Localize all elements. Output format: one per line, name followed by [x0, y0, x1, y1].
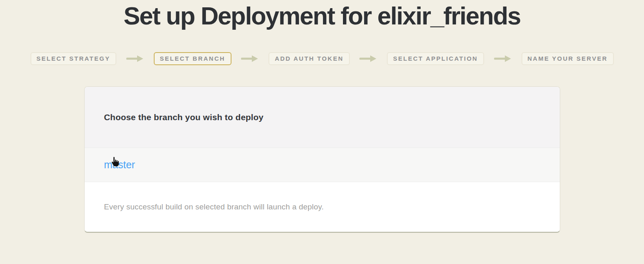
card-footer: Every successful build on selected branc…	[85, 182, 560, 232]
step-name-your-server: NAME YOUR SERVER	[522, 52, 614, 65]
arrow-right-icon	[359, 55, 377, 63]
step-indicator: SELECT STRATEGY SELECT BRANCH ADD AUTH T…	[31, 52, 614, 65]
branch-selection-card: Choose the branch you wish to deploy mas…	[84, 86, 560, 233]
step-select-branch: SELECT BRANCH	[154, 52, 231, 65]
branch-link-master[interactable]: master	[104, 159, 135, 171]
card-header: Choose the branch you wish to deploy	[85, 87, 560, 148]
step-select-strategy: SELECT STRATEGY	[31, 52, 116, 65]
arrow-right-icon	[241, 55, 259, 63]
page-title: Set up Deployment for elixir_friends	[0, 2, 644, 30]
arrow-right-icon	[126, 55, 144, 63]
arrow-right-icon	[494, 55, 512, 63]
step-add-auth-token: ADD AUTH TOKEN	[269, 52, 349, 65]
branch-row[interactable]: master	[85, 148, 560, 182]
step-select-application: SELECT APPLICATION	[387, 52, 484, 65]
deploy-note: Every successful build on selected branc…	[104, 202, 324, 211]
card-heading: Choose the branch you wish to deploy	[104, 112, 264, 122]
